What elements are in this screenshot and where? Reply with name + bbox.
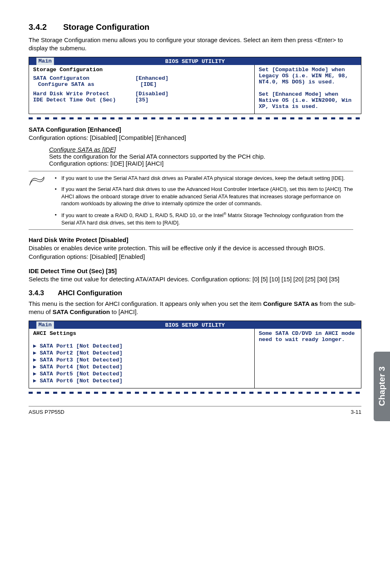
page-footer: ASUS P7P55D 3-11 xyxy=(29,406,361,415)
note-item-2: If you want the Serial ATA hard disk dri… xyxy=(52,186,353,207)
bios-tab-main: Main xyxy=(36,321,54,328)
bios-sata-port2: SATA Port2 [Not Detected] xyxy=(33,349,250,356)
heading-sata-config: SATA Configuration [Enhanced] xyxy=(29,126,361,133)
section-intro-ahci: This menu is the section for AHCI config… xyxy=(29,300,361,316)
footer-left: ASUS P7P55D xyxy=(29,409,64,415)
text-conf-sata-l2: Configuration options: [IDE] [RAID] [AHC… xyxy=(49,160,353,167)
heading-configure-sata-as: Configure SATA as [IDE] xyxy=(49,146,353,153)
bios-help-text: Set [Compatible Mode] when Legacy OS (i.… xyxy=(254,65,361,114)
bios-header: BIOS SETUP UTILITY Main xyxy=(29,321,361,329)
bios-sata-port6: SATA Port6 [Not Detected] xyxy=(33,377,250,384)
bios-item-ide-detect-timeout: IDE Detect Time Out (Sec) xyxy=(33,97,135,103)
footer-right: 3-11 xyxy=(351,409,361,415)
bios-value-sata-config: [Enhanced] xyxy=(135,75,168,81)
bios-ahci-config: BIOS SETUP UTILITY Main AHCI Settings SA… xyxy=(29,321,361,388)
bios-header: BIOS SETUP UTILITY Main xyxy=(29,57,361,65)
bios-value-hd-write-protect: [Disabled] xyxy=(135,91,168,97)
text-conf-sata-l1: Sets the configuration for the Serial AT… xyxy=(49,153,353,160)
section-heading: 3.4.2 Storage Configuration xyxy=(29,22,361,32)
section-heading-ahci: 3.4.3 AHCI Configuration xyxy=(29,289,361,297)
note-item-3: If you want to create a RAID 0, RAID 1, … xyxy=(52,211,353,226)
bios-item-sata-config: SATA Configuraton xyxy=(33,75,135,81)
bios-box-dashed-border xyxy=(29,117,361,119)
bios-title: BIOS SETUP UTILITY xyxy=(165,58,225,65)
note-icon xyxy=(29,175,46,227)
bios-item-configure-sata-as: Configure SATA as xyxy=(33,81,140,88)
bios-value-configure-sata-as: [IDE] xyxy=(140,81,157,88)
bios-sata-port5: SATA Port5 [Not Detected] xyxy=(33,370,250,377)
bios-tab-main: Main xyxy=(36,58,54,65)
bios-box-dashed-border xyxy=(29,392,361,394)
bios-section-title: Storage Configuration xyxy=(33,67,250,73)
note-item-1: If you want to use the Serial ATA hard d… xyxy=(52,175,353,182)
chapter-side-tab: Chapter 3 xyxy=(374,352,390,421)
bios-help-text: Some SATA CD/DVD in AHCI mode need to wa… xyxy=(254,329,361,388)
bios-storage-config: BIOS SETUP UTILITY Main Storage Configur… xyxy=(29,57,361,114)
bios-sata-port3: SATA Port3 [Not Detected] xyxy=(33,356,250,363)
text-sata-config: Configuration options: [Disabled] [Compa… xyxy=(29,134,361,142)
bios-sata-port4: SATA Port4 [Not Detected] xyxy=(33,363,250,370)
text-ide-timeout: Selects the time out value for detecting… xyxy=(29,275,361,283)
heading-hdwp: Hard Disk Write Protect [Disabled] xyxy=(29,236,361,243)
bios-sata-port1: SATA Port1 [Not Detected] xyxy=(33,342,250,349)
bios-value-ide-detect-timeout: [35] xyxy=(135,97,148,103)
heading-ide-timeout: IDE Detect Time Out (Sec) [35] xyxy=(29,267,361,274)
bios-title: BIOS SETUP UTILITY xyxy=(165,322,225,328)
text-hdwp: Disables or enables device write protect… xyxy=(29,244,361,261)
bios-section-title: AHCI Settings xyxy=(33,330,250,337)
section-intro: The Storage Configuration menu allows yo… xyxy=(29,36,361,53)
note-box: If you want to use the Serial ATA hard d… xyxy=(29,171,353,230)
bios-item-hd-write-protect: Hard Disk Write Protect xyxy=(33,91,135,97)
